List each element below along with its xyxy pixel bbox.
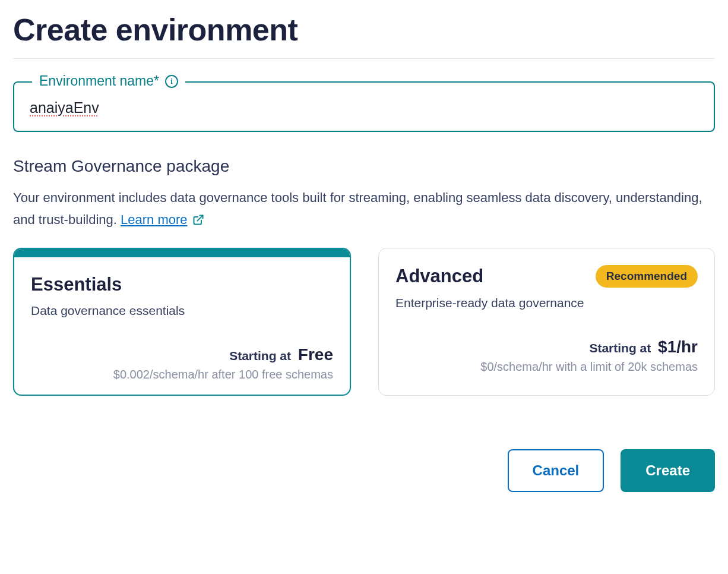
title-divider: [13, 58, 715, 59]
info-icon[interactable]: i: [165, 75, 178, 88]
governance-section-title: Stream Governance package: [13, 157, 715, 176]
package-price: Starting at Free: [31, 345, 333, 364]
learn-more-text: Learn more: [121, 209, 188, 231]
package-note: $0.002/schema/hr after 100 free schemas: [31, 368, 333, 381]
action-bar: Cancel Create: [13, 449, 715, 492]
price-prefix: Starting at: [229, 349, 291, 362]
package-subtitle: Enterprise-ready data governance: [395, 296, 698, 310]
page-title: Create environment: [13, 12, 715, 48]
environment-name-field[interactable]: Environment name* i: [13, 81, 715, 132]
package-title: Advanced: [395, 266, 483, 287]
package-subtitle: Data governance essentials: [31, 304, 333, 318]
external-link-icon: [192, 214, 204, 226]
price-value: Free: [298, 345, 333, 364]
svg-line-0: [197, 216, 202, 221]
package-note: $0/schema/hr with a limit of 20k schemas: [395, 360, 698, 374]
learn-more-link[interactable]: Learn more: [121, 209, 204, 231]
package-price: Starting at $1/hr: [395, 338, 698, 357]
recommended-badge: Recommended: [596, 265, 698, 288]
environment-name-input[interactable]: [30, 99, 698, 116]
environment-name-label-text: Environment name*: [39, 73, 159, 89]
package-cards: Essentials Data governance essentials St…: [13, 248, 715, 396]
price-value: $1/hr: [658, 338, 698, 356]
governance-description-text: Your environment includes data governanc…: [13, 190, 702, 227]
environment-name-label: Environment name* i: [32, 73, 185, 89]
governance-description: Your environment includes data governanc…: [13, 187, 715, 231]
create-button[interactable]: Create: [621, 449, 715, 492]
package-title: Essentials: [31, 274, 122, 295]
package-card-essentials[interactable]: Essentials Data governance essentials St…: [13, 248, 351, 396]
package-card-advanced[interactable]: Advanced Recommended Enterprise-ready da…: [378, 248, 715, 396]
cancel-button[interactable]: Cancel: [508, 449, 604, 492]
price-prefix: Starting at: [589, 341, 651, 355]
